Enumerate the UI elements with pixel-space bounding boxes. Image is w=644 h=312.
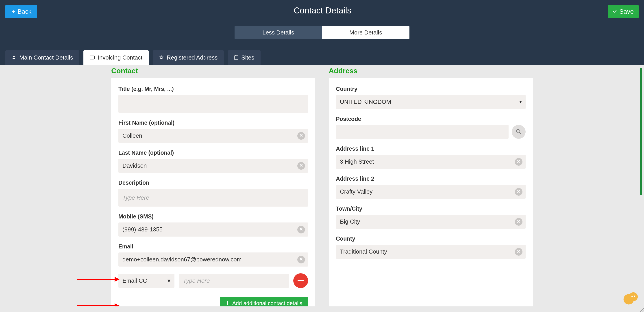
caret-down-icon: ▾: [520, 100, 522, 105]
header-bar: Back Contact Details Save Less Details M…: [0, 0, 644, 65]
chat-widget-button[interactable]: [622, 291, 639, 307]
building-icon: [234, 54, 238, 61]
clear-mobile-button[interactable]: [297, 226, 305, 233]
postcode-search-button[interactable]: [512, 125, 526, 139]
close-icon: [300, 227, 303, 232]
mobile-label: Mobile (SMS): [118, 213, 308, 220]
save-button[interactable]: Save: [608, 5, 638, 18]
clear-last-name-button[interactable]: [297, 162, 305, 170]
close-icon: [517, 159, 520, 164]
back-label: Back: [18, 8, 32, 15]
email-input[interactable]: [118, 252, 308, 267]
toggle-less-details[interactable]: Less Details: [234, 26, 322, 39]
remove-emailcc-button[interactable]: [293, 273, 308, 288]
svg-rect-3: [234, 56, 238, 59]
country-select[interactable]: UNITED KINGDOM ▾: [336, 95, 526, 109]
svg-point-6: [629, 292, 638, 301]
county-label: County: [336, 235, 526, 242]
save-label: Save: [619, 8, 634, 15]
address-panel: Address Country UNITED KINGDOM ▾ Postcod…: [329, 65, 533, 307]
svg-point-8: [634, 296, 635, 297]
title-label: Title (e.g. Mr, Mrs, ...): [118, 86, 308, 92]
clear-addr2-button[interactable]: [515, 188, 522, 196]
description-label: Description: [118, 179, 308, 186]
minus-icon: [298, 280, 304, 281]
tab-strip: Main Contact Details Invoicing Contact R…: [0, 39, 644, 65]
postcode-label: Postcode: [336, 116, 526, 122]
annotation-arrow-email: [77, 279, 119, 280]
addr1-input[interactable]: [336, 155, 526, 169]
town-input[interactable]: [336, 215, 526, 229]
title-input[interactable]: [118, 97, 308, 111]
svg-point-4: [516, 129, 520, 133]
tab-sites[interactable]: Sites: [228, 50, 260, 65]
close-icon: [517, 189, 520, 194]
county-input[interactable]: [336, 245, 526, 259]
clear-town-button[interactable]: [515, 218, 522, 226]
svg-point-0: [13, 56, 15, 57]
svg-point-7: [632, 296, 633, 297]
detail-toggle: Less Details More Details: [0, 26, 644, 39]
town-label: Town/City: [336, 205, 526, 212]
caret-down-icon: ▾: [168, 277, 170, 284]
clear-first-name-button[interactable]: [297, 132, 305, 140]
addr2-input[interactable]: [336, 185, 526, 199]
add-additional-contact-details-button[interactable]: Add additional contact details: [220, 297, 308, 307]
annotation-arrow-emailcc: [77, 305, 119, 306]
addr1-label: Address line 1: [336, 146, 526, 152]
tab-main-contact-details[interactable]: Main Contact Details: [6, 50, 80, 65]
first-name-input[interactable]: [118, 129, 308, 143]
tab-registered-address[interactable]: Registered Address: [153, 50, 224, 65]
mobile-input[interactable]: [118, 222, 308, 237]
clear-email-button[interactable]: [297, 256, 305, 263]
close-icon: [517, 219, 520, 224]
page-title: Contact Details: [294, 6, 351, 15]
description-input[interactable]: [118, 191, 308, 205]
search-icon: [516, 129, 522, 135]
country-label: Country: [336, 86, 526, 92]
last-name-label: Last Name (optional): [118, 150, 308, 156]
toggle-more-details[interactable]: More Details: [322, 26, 410, 39]
address-heading: Address: [329, 67, 533, 75]
active-tab-underline: [111, 65, 170, 65]
star-icon: [159, 54, 164, 61]
scrollbar[interactable]: [640, 68, 642, 195]
plus-icon: [226, 300, 230, 307]
add-details-label: Add additional contact details: [232, 300, 302, 307]
emailcc-type-select[interactable]: Email CC ▾: [118, 274, 174, 288]
close-icon: [517, 249, 520, 254]
card-icon: [90, 54, 95, 61]
close-icon: [300, 257, 303, 262]
tab-label: Main Contact Details: [19, 54, 73, 61]
close-icon: [300, 163, 303, 168]
clear-addr1-button[interactable]: [515, 158, 522, 166]
clear-county-button[interactable]: [515, 248, 522, 256]
first-name-label: First Name (optional): [118, 120, 308, 126]
last-name-input[interactable]: [118, 159, 308, 173]
email-label: Email: [118, 243, 308, 250]
emailcc-type-label: Email CC: [122, 277, 147, 284]
title-input-wrap: [118, 95, 308, 113]
contact-panel: Contact Title (e.g. Mr, Mrs, ...) First …: [111, 65, 315, 307]
arrow-left-icon: [11, 8, 15, 15]
country-value: UNITED KINGDOM: [340, 99, 391, 105]
postcode-input[interactable]: [336, 125, 508, 139]
tab-label: Sites: [241, 54, 254, 61]
contact-heading: Contact: [111, 67, 315, 75]
tab-invoicing-contact[interactable]: Invoicing Contact: [84, 50, 149, 65]
addr2-label: Address line 2: [336, 175, 526, 182]
person-icon: [12, 54, 16, 61]
tab-label: Invoicing Contact: [98, 54, 142, 61]
close-icon: [300, 133, 303, 138]
tab-label: Registered Address: [166, 54, 218, 61]
back-button[interactable]: Back: [6, 5, 37, 18]
svg-rect-1: [90, 56, 94, 59]
check-icon: [612, 8, 617, 15]
resize-handle-icon: [638, 307, 644, 312]
emailcc-input[interactable]: [179, 274, 289, 288]
